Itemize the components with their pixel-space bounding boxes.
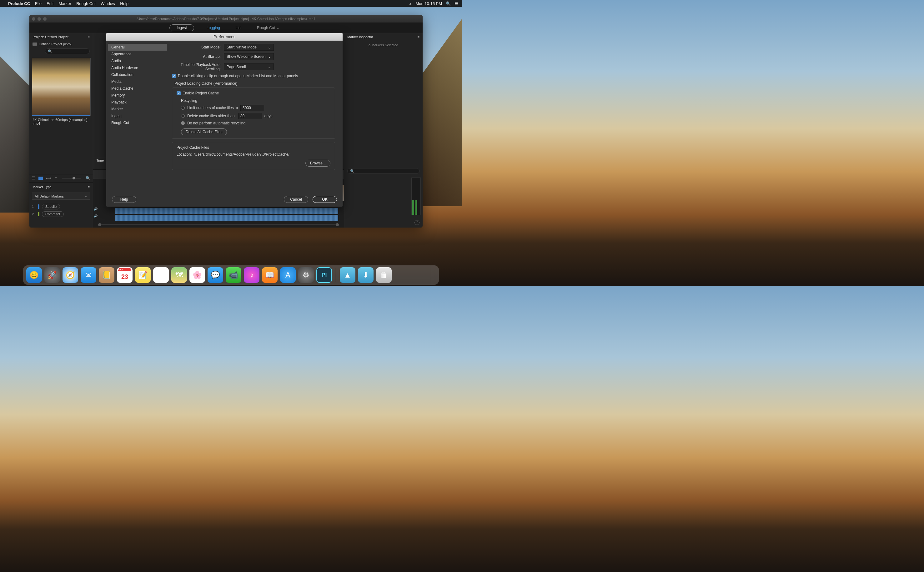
pref-category-media[interactable]: Media	[108, 78, 167, 85]
list-view-icon[interactable]: ☰	[32, 176, 35, 180]
pref-category-memory[interactable]: Memory	[108, 92, 167, 99]
delete-older-radio[interactable]	[181, 114, 185, 118]
notification-icon[interactable]: ⟁	[409, 1, 412, 6]
preferences-title: Preferences	[106, 33, 343, 40]
macos-menubar: Prelude CC File Edit Marker Rough Cut Wi…	[0, 0, 462, 7]
right-column: Marker Inspector ≡ o Markers Selected 🔍	[344, 33, 422, 227]
dock-messages-icon[interactable]: 💬	[208, 267, 223, 283]
dock-safari-icon[interactable]: 🧭	[62, 267, 78, 283]
panel-menu-icon[interactable]: ≡	[418, 35, 419, 39]
dock-trash-icon[interactable]: 🗑	[376, 267, 392, 283]
dock-appstore-icon[interactable]: A	[280, 267, 296, 283]
dock-ibooks-icon[interactable]: 📖	[262, 267, 278, 283]
dock-prelude-icon[interactable]: Pl	[316, 267, 332, 283]
workspace-list-tab[interactable]: List	[233, 24, 245, 31]
dock-mail-icon[interactable]: ✉	[81, 267, 96, 283]
menu-help[interactable]: Help	[120, 1, 129, 6]
timeline-audio-track-1[interactable]	[115, 208, 338, 214]
pref-category-ingest[interactable]: Ingest	[108, 112, 167, 120]
workspace-ingest-button[interactable]: Ingest	[169, 24, 194, 31]
dock-preferences-icon[interactable]: ⚙	[298, 267, 314, 283]
marker-color-swatch	[38, 212, 39, 216]
menu-file[interactable]: File	[35, 1, 42, 6]
auto-scroll-select[interactable]: Page Scroll⌄	[224, 64, 274, 70]
enable-cache-checkbox[interactable]: ✓	[177, 91, 181, 95]
speaker-icon[interactable]: 🔊	[94, 214, 98, 218]
panel-menu-icon[interactable]: ≡	[88, 35, 90, 39]
search-icon: 🔍	[48, 50, 52, 53]
limit-cache-radio[interactable]	[181, 106, 185, 110]
pref-category-appearance[interactable]: Appearance	[108, 51, 167, 58]
chevron-down-icon: ⌄	[85, 194, 87, 198]
recycling-label: Recycling	[181, 98, 331, 103]
days-label: days	[264, 114, 272, 118]
dock-folder1-icon[interactable]: ▲	[340, 267, 356, 283]
project-search-input[interactable]: 🔍	[45, 48, 90, 54]
location-path: /Users/dmx/Documents/Adobe/Prelude/7.0/P…	[194, 152, 289, 157]
browse-button[interactable]: Browse...	[305, 160, 331, 166]
cache-files-title: Project Cache Files	[177, 145, 331, 150]
dblclick-label: Double-clicking a clip or rough cut open…	[178, 74, 298, 78]
panel-menu-icon[interactable]: ≡	[88, 185, 90, 189]
pref-category-audio[interactable]: Audio	[108, 58, 167, 64]
menu-edit[interactable]: Edit	[47, 1, 53, 6]
project-cache-group: ✓ Enable Project Cache Recycling Limit n…	[172, 87, 335, 139]
workspace-logging-tab[interactable]: Logging	[203, 24, 223, 31]
menubar-clock[interactable]: Mon 10:16 PM	[415, 1, 442, 6]
dblclick-checkbox[interactable]: ✓	[172, 74, 176, 78]
timeline-scrollbar[interactable]	[98, 223, 339, 226]
sort-icon[interactable]: ⌃	[54, 176, 57, 180]
at-startup-label: At Startup:	[172, 54, 224, 59]
spotlight-icon[interactable]: 🔍	[446, 1, 451, 6]
pref-category-collaboration[interactable]: Collaboration	[108, 71, 167, 78]
dock-calendar-icon[interactable]: OCT23	[117, 267, 132, 283]
menu-window[interactable]: Window	[101, 1, 115, 6]
workspace-roughcut-tab[interactable]: Rough Cut⌄	[254, 24, 282, 31]
speaker-icon[interactable]: 🔊	[94, 207, 98, 211]
pref-category-media-cache[interactable]: Media Cache	[108, 85, 167, 92]
search-toggle-icon[interactable]: 🔍	[85, 176, 90, 180]
thumbnail-view-icon[interactable]	[39, 177, 43, 180]
zoom-icon[interactable]: ⟷	[46, 176, 51, 180]
start-mode-select[interactable]: Start Native Mode⌄	[224, 44, 274, 51]
menu-marker[interactable]: Marker	[59, 1, 71, 6]
marker-type-dropdown[interactable]: All Default Markers ⌄	[32, 193, 90, 200]
clip-thumbnail[interactable]	[32, 58, 91, 116]
dock-reminders-icon[interactable]: ☑	[153, 267, 169, 283]
cancel-button[interactable]: Cancel	[284, 196, 308, 203]
info-icon[interactable]: i	[415, 220, 419, 225]
pref-category-marker[interactable]: Marker	[108, 106, 167, 112]
dock-contacts-icon[interactable]: 📒	[99, 267, 114, 283]
dock-downloads-icon[interactable]: ⬇	[358, 267, 374, 283]
project-file-name: Untitled Project.plproj	[39, 42, 71, 46]
thumbnail-size-slider[interactable]	[62, 178, 81, 179]
pref-category-audio-hardware[interactable]: Audio Hardware	[108, 64, 167, 71]
pref-category-playback[interactable]: Playback	[108, 99, 167, 106]
preferences-content: Start Mode: Start Native Mode⌄ At Startu…	[169, 40, 343, 192]
limit-cache-input[interactable]	[241, 105, 264, 111]
marker-type-row[interactable]: 1 Subclip	[32, 203, 90, 210]
no-auto-recycle-radio[interactable]	[181, 121, 185, 125]
delete-cache-button[interactable]: Delete All Cache Files	[181, 129, 227, 135]
project-file-row[interactable]: Untitled Project.plproj	[30, 41, 93, 47]
pref-category-roughcut[interactable]: Rough Cut	[108, 120, 167, 126]
timeline-audio-track-2[interactable]	[115, 215, 338, 221]
dock-notes-icon[interactable]: 📝	[135, 267, 151, 283]
inspector-search-input[interactable]: 🔍	[347, 168, 419, 174]
app-name[interactable]: Prelude CC	[8, 1, 30, 6]
at-startup-select[interactable]: Show Welcome Screen⌄	[224, 53, 274, 60]
dock-photos-icon[interactable]: 🌸	[189, 267, 205, 283]
left-column: Project: Untitled Project ≡ Untitled Pro…	[30, 33, 93, 227]
menu-roughcut[interactable]: Rough Cut	[76, 1, 96, 6]
ok-button[interactable]: OK	[312, 196, 337, 203]
menubar-list-icon[interactable]: ☰	[455, 1, 458, 6]
dock-launchpad-icon[interactable]: 🚀	[44, 267, 60, 283]
delete-older-input[interactable]	[238, 113, 262, 119]
dock-itunes-icon[interactable]: ♪	[244, 267, 259, 283]
dock-facetime-icon[interactable]: 📹	[226, 267, 241, 283]
pref-category-general[interactable]: General	[108, 44, 167, 51]
help-button[interactable]: Help	[112, 196, 136, 203]
dock-finder-icon[interactable]: 😊	[26, 267, 42, 283]
dock-maps-icon[interactable]: 🗺	[171, 267, 187, 283]
marker-type-row[interactable]: 2 Comment	[32, 210, 90, 218]
